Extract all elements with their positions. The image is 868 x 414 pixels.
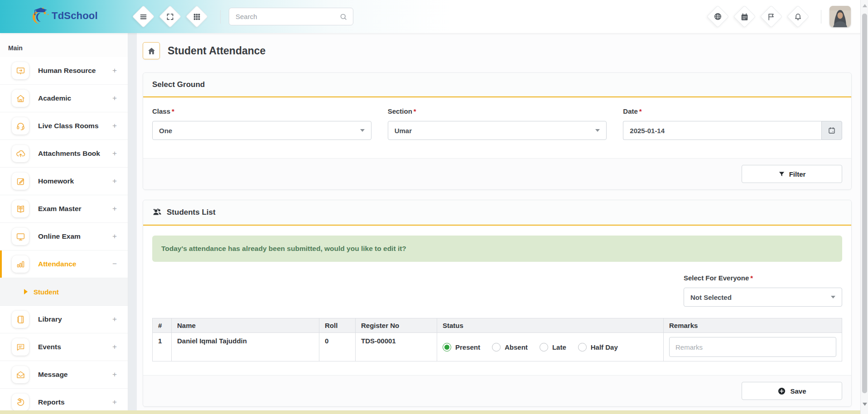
grid-icon	[193, 13, 201, 21]
breadcrumb-home-button[interactable]	[143, 42, 160, 59]
sidebar-item-label: Library	[38, 315, 62, 323]
radio-present[interactable]: Present	[443, 343, 480, 351]
select-ground-footer: Filter	[143, 158, 851, 189]
cell-remarks	[664, 333, 842, 361]
expand-plus-icon[interactable]: +	[112, 177, 117, 186]
class-select[interactable]: One	[152, 121, 371, 140]
top-header: TdSchool	[0, 0, 868, 33]
expand-plus-icon[interactable]: +	[112, 398, 117, 407]
sidebar-subitem-student[interactable]: Student	[0, 278, 128, 306]
chat-icon	[12, 338, 29, 356]
user-avatar[interactable]	[829, 6, 851, 27]
sidebar-item-library[interactable]: Library +	[0, 306, 128, 333]
section-field: Section* Umar	[388, 107, 607, 140]
calendar-button[interactable]	[733, 5, 756, 28]
collapse-minus-icon[interactable]: −	[112, 260, 117, 269]
chevron-down-icon	[595, 129, 600, 132]
search-icon[interactable]	[339, 13, 347, 21]
expand-plus-icon[interactable]: +	[112, 232, 117, 241]
scrollbar-thumb[interactable]	[862, 14, 867, 393]
select-for-everyone-value: Not Selected	[690, 294, 732, 301]
pie-chart-icon	[12, 394, 29, 411]
scroll-up-arrow-icon[interactable]	[863, 4, 867, 7]
globe-icon	[714, 12, 722, 21]
sidebar-item-exam-master[interactable]: Exam Master +	[0, 195, 128, 223]
section-label: Section	[388, 107, 412, 115]
main-content: Student Attendance Select Ground Class* …	[137, 33, 860, 414]
sidebar-item-online-exam[interactable]: Online Exam +	[0, 223, 128, 250]
sidebar-item-attachments-book[interactable]: Attachments Book +	[0, 140, 128, 168]
class-label: Class	[152, 107, 170, 115]
users-icon	[152, 207, 162, 217]
sidebar-item-message[interactable]: Message +	[0, 361, 128, 389]
notifications-button[interactable]	[786, 5, 810, 28]
scroll-down-arrow-icon[interactable]	[863, 403, 867, 406]
expand-plus-icon[interactable]: +	[112, 121, 117, 130]
sidebar-nav: Main Human Resource + Academic + Live Cl…	[0, 33, 128, 414]
select-for-everyone-select[interactable]: Not Selected	[684, 288, 842, 307]
sidebar-item-label: Online Exam	[38, 232, 81, 241]
students-list-body: Today's attendance has already been subm…	[143, 226, 851, 375]
search-input[interactable]	[236, 13, 339, 20]
col-header-name: Name	[172, 318, 319, 333]
reports-flag-button[interactable]	[760, 5, 783, 28]
page-bottom-strip	[0, 410, 860, 414]
date-picker-button[interactable]	[821, 121, 842, 140]
envelope-open-icon	[12, 366, 29, 383]
caret-right-icon	[24, 289, 28, 294]
radio-label: Late	[552, 343, 566, 351]
calendar-icon	[741, 13, 749, 21]
filter-button-label: Filter	[789, 170, 806, 178]
expand-plus-icon[interactable]: +	[112, 342, 117, 351]
page-scrollbar[interactable]	[860, 0, 868, 414]
expand-plus-icon[interactable]: +	[112, 94, 117, 103]
chevron-down-icon	[360, 129, 365, 132]
radio-late[interactable]: Late	[540, 343, 566, 351]
sidebar-item-attendance[interactable]: Attendance −	[0, 250, 128, 278]
remarks-input[interactable]	[669, 337, 836, 357]
students-list-card: Students List Today's attendance has alr…	[143, 200, 852, 407]
sidebar-item-label: Attachments Book	[38, 149, 100, 158]
col-header-roll: Roll	[319, 318, 356, 333]
apps-grid-button[interactable]	[185, 5, 208, 28]
sidebar-item-live-class-rooms[interactable]: Live Class Rooms +	[0, 112, 128, 140]
fullscreen-button[interactable]	[159, 5, 182, 28]
alert-text: Today's attendance has already been subm…	[161, 245, 406, 253]
radio-label: Absent	[505, 343, 528, 351]
col-header-register: Register No	[356, 318, 437, 333]
sidebar-item-homework[interactable]: Homework +	[0, 168, 128, 195]
bar-chart-icon	[12, 255, 29, 273]
global-search	[229, 8, 353, 25]
pencil-square-icon	[12, 173, 29, 190]
save-button[interactable]: Save	[742, 382, 842, 400]
home-icon	[12, 90, 29, 107]
card-title: Select Ground	[152, 80, 205, 89]
filter-button[interactable]: Filter	[742, 165, 842, 183]
expand-plus-icon[interactable]: +	[112, 370, 117, 379]
section-select[interactable]: Umar	[388, 121, 607, 140]
radio-half-day[interactable]: Half Day	[578, 343, 618, 351]
book-open-icon	[12, 200, 29, 217]
table-row: 1 Daniel Iqmal Tajuddin 0 TDS-00001 Pres…	[153, 333, 842, 361]
expand-plus-icon[interactable]: +	[112, 204, 117, 213]
date-input[interactable]: 2025-01-14	[623, 121, 821, 140]
language-button[interactable]	[706, 5, 729, 28]
sidebar-item-human-resource[interactable]: Human Resource +	[0, 57, 128, 85]
cell-num: 1	[153, 333, 172, 361]
expand-plus-icon[interactable]: +	[112, 149, 117, 158]
sidebar-item-label: Human Resource	[38, 67, 96, 75]
col-header-remarks: Remarks	[664, 318, 842, 333]
sidebar-toggle-button[interactable]	[132, 5, 155, 28]
sidebar-item-events[interactable]: Events +	[0, 333, 128, 361]
sidebar-item-academic[interactable]: Academic +	[0, 85, 128, 112]
radio-absent[interactable]: Absent	[492, 343, 528, 351]
students-table: # Name Roll Register No Status Remarks 1…	[152, 318, 842, 361]
select-for-everyone-field: Select For Everyone* Not Selected	[684, 274, 842, 307]
expand-plus-icon[interactable]: +	[112, 66, 117, 75]
breadcrumb: Student Attendance	[143, 33, 852, 68]
expand-plus-icon[interactable]: +	[112, 315, 117, 324]
monitor-icon	[12, 228, 29, 245]
sidebar-item-label: Message	[38, 371, 68, 379]
brand-logo[interactable]: TdSchool	[30, 5, 98, 26]
radio-unchecked-icon	[540, 343, 548, 351]
